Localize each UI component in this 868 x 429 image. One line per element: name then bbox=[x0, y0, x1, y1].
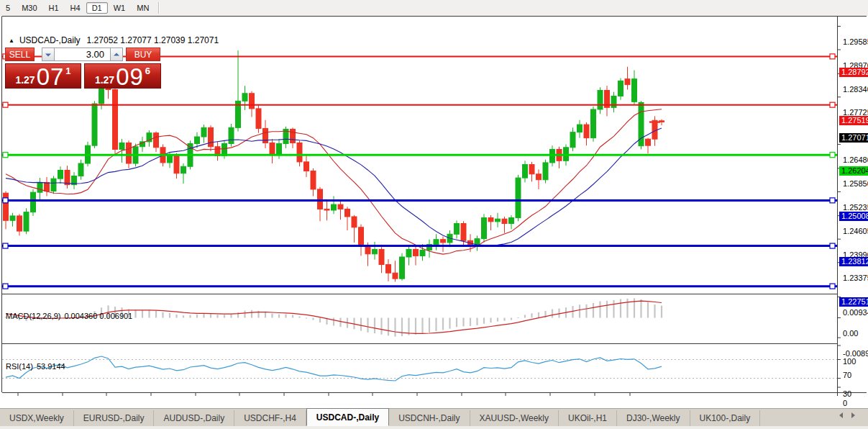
volume-increase-button[interactable] bbox=[110, 48, 123, 61]
rsi-value: 53.9144 bbox=[37, 362, 65, 371]
candle bbox=[45, 177, 50, 196]
candle bbox=[324, 200, 329, 221]
candle bbox=[181, 163, 186, 184]
candle bbox=[4, 191, 9, 230]
timeframe-button-h1[interactable]: H1 bbox=[43, 2, 65, 14]
sell-price-box[interactable]: 1.27071 bbox=[5, 63, 81, 89]
tab-xauusd-weekly[interactable]: XAUUSD-,Weekly bbox=[470, 410, 559, 426]
hline-handle[interactable] bbox=[3, 243, 8, 248]
sell-button[interactable]: SELL bbox=[5, 48, 35, 61]
hline-handle[interactable] bbox=[3, 102, 8, 107]
macd-indicator-label: MACD(12,26,9)0.004360 0.006901 bbox=[6, 312, 132, 320]
rsi-axis-label: 0 bbox=[843, 399, 847, 408]
candle bbox=[557, 147, 562, 168]
chevron-down-icon bbox=[45, 53, 51, 56]
price-tick-label: 1.24605 bbox=[843, 227, 868, 236]
hline-handle[interactable] bbox=[3, 198, 8, 203]
price-line-label: 1.26204 bbox=[839, 166, 868, 176]
tabs-scroll-right-icon[interactable] bbox=[851, 412, 855, 418]
candle bbox=[495, 213, 501, 227]
candle bbox=[482, 214, 487, 243]
candle bbox=[406, 245, 411, 265]
trading-terminal-window: 5M30H1H4D1W1MN ▲ USDCAD-,Daily 1.27052 1… bbox=[0, 0, 868, 429]
timeframe-toolbar: 5M30H1H4D1W1MN bbox=[0, 0, 868, 17]
tab-usdcnh-daily[interactable]: USDCNH-,Daily bbox=[389, 410, 470, 426]
candle bbox=[625, 67, 630, 90]
macd-values: 0.004360 0.006901 bbox=[64, 312, 132, 320]
timeframe-button-h4[interactable]: H4 bbox=[65, 2, 86, 14]
volume-decrease-button[interactable] bbox=[42, 48, 55, 61]
collapse-chart-icon[interactable]: ▲ bbox=[9, 37, 14, 44]
candle bbox=[291, 127, 296, 148]
tab-uk100-daily[interactable]: UK100-,Daily bbox=[690, 410, 761, 426]
candle bbox=[154, 132, 159, 153]
chart-symbol-title: USDCAD-,Daily bbox=[19, 35, 81, 45]
hline-handle[interactable] bbox=[3, 284, 8, 289]
candle bbox=[65, 166, 70, 189]
sell-price-pip: 1 bbox=[65, 66, 70, 76]
candle bbox=[434, 234, 439, 250]
timeframe-button-m30[interactable]: M30 bbox=[16, 2, 42, 14]
rsi-panel bbox=[2, 356, 837, 381]
candle bbox=[78, 160, 83, 180]
tab-scroll-controls bbox=[839, 412, 855, 418]
hline-handle[interactable] bbox=[830, 243, 835, 248]
timeframe-button-5[interactable]: 5 bbox=[0, 2, 16, 14]
buy-price-pip: 6 bbox=[145, 66, 150, 76]
current-price-label: 1.27071 bbox=[839, 133, 868, 143]
hline-handle[interactable] bbox=[830, 102, 835, 107]
candle bbox=[24, 208, 29, 234]
hline-handle[interactable] bbox=[830, 54, 835, 59]
tab-eurusd-daily[interactable]: EURUSD-,Daily bbox=[74, 410, 155, 426]
candle bbox=[584, 122, 589, 145]
candle bbox=[113, 86, 118, 154]
candle bbox=[174, 153, 179, 179]
candle bbox=[304, 154, 309, 177]
tab-usdcad-daily[interactable]: USDCAD-,Daily bbox=[306, 408, 389, 426]
volume-input[interactable] bbox=[55, 48, 110, 61]
candle bbox=[379, 247, 384, 273]
candle bbox=[338, 202, 343, 220]
buy-price-digits: 09 bbox=[116, 66, 144, 88]
timeframe-button-d1[interactable]: D1 bbox=[86, 2, 108, 14]
hline-handle[interactable] bbox=[3, 153, 8, 158]
buy-button[interactable]: BUY bbox=[126, 48, 160, 61]
price-line-label: 1.27519 bbox=[839, 116, 868, 125]
buy-price-box[interactable]: 1.27096 bbox=[84, 63, 161, 89]
tab-audusd-daily[interactable]: AUDUSD-,Daily bbox=[154, 410, 234, 426]
candle bbox=[229, 124, 234, 147]
candle bbox=[51, 176, 56, 194]
rsi-axis-label: 70 bbox=[843, 371, 851, 380]
candle bbox=[605, 86, 610, 116]
candle bbox=[256, 105, 261, 133]
tab-ukoil-h1[interactable]: UKOil-,H1 bbox=[559, 410, 617, 426]
candle bbox=[92, 101, 97, 148]
one-click-trading-panel: SELL BUY 1.27071 1.27096 bbox=[5, 48, 161, 89]
candle bbox=[201, 125, 206, 143]
candle bbox=[632, 71, 637, 105]
candle bbox=[550, 145, 555, 166]
hline-handle[interactable] bbox=[830, 284, 835, 289]
tab-usdchf-h4[interactable]: USDCHF-,H4 bbox=[234, 410, 306, 426]
candle bbox=[591, 107, 596, 142]
chart-ohlc-values: 1.27052 1.27077 1.27039 1.27071 bbox=[87, 35, 219, 45]
candle bbox=[523, 161, 528, 182]
candle bbox=[345, 207, 350, 230]
trade-row-controls: SELL BUY bbox=[5, 48, 161, 61]
tab-dj30-weekly[interactable]: DJ30-,Weekly bbox=[617, 410, 690, 426]
rsi-line bbox=[6, 356, 662, 381]
hline-handle[interactable] bbox=[830, 198, 835, 203]
timeframe-button-mn[interactable]: MN bbox=[131, 2, 155, 14]
rsi-axis-label: 30 bbox=[843, 389, 851, 399]
candle bbox=[611, 92, 616, 113]
hline-handle[interactable] bbox=[830, 153, 835, 158]
timeframe-button-w1[interactable]: W1 bbox=[108, 2, 132, 14]
tabs-scroll-left-icon[interactable] bbox=[839, 412, 843, 418]
candle bbox=[270, 139, 275, 163]
chart-tab-bar: USDX,WeeklyEURUSD-,DailyAUDUSD-,DailyUSD… bbox=[0, 408, 868, 426]
candle bbox=[297, 140, 302, 166]
candle bbox=[209, 125, 214, 151]
sell-price-digits: 07 bbox=[37, 66, 65, 88]
candle bbox=[10, 213, 15, 227]
tab-usdx-weekly[interactable]: USDX,Weekly bbox=[0, 410, 74, 426]
